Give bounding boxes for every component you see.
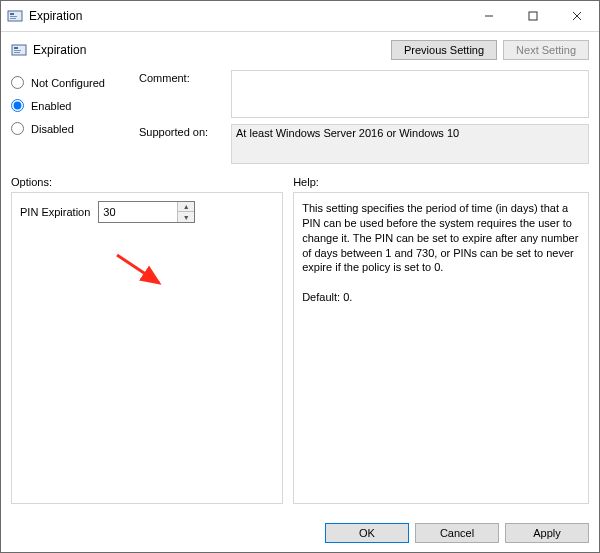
svg-rect-1 bbox=[10, 13, 14, 15]
minimize-button[interactable] bbox=[467, 1, 511, 31]
spin-down-button[interactable]: ▼ bbox=[178, 212, 194, 222]
setting-icon bbox=[11, 42, 27, 58]
radio-not-configured[interactable]: Not Configured bbox=[11, 76, 129, 89]
app-icon bbox=[7, 8, 23, 24]
gp-setting-window: Expiration Expiration Previous Setting N… bbox=[0, 0, 600, 553]
supported-label: Supported on: bbox=[139, 124, 225, 164]
window-controls bbox=[467, 1, 599, 31]
svg-rect-3 bbox=[10, 18, 16, 19]
titlebar: Expiration bbox=[1, 1, 599, 32]
next-setting-button[interactable]: Next Setting bbox=[503, 40, 589, 60]
lower-area: Options: PIN Expiration ▲ ▼ bbox=[11, 176, 589, 504]
spin-up-button[interactable]: ▲ bbox=[178, 202, 194, 212]
pin-expiration-input[interactable] bbox=[99, 202, 177, 222]
radio-enabled[interactable]: Enabled bbox=[11, 99, 129, 112]
ok-button[interactable]: OK bbox=[325, 523, 409, 543]
options-label: Options: bbox=[11, 176, 283, 188]
state-radios: Not Configured Enabled Disabled bbox=[11, 70, 129, 135]
supported-on-text: At least Windows Server 2016 or Windows … bbox=[231, 124, 589, 164]
title-text: Expiration bbox=[29, 9, 82, 23]
svg-rect-2 bbox=[10, 16, 17, 17]
config-area: Not Configured Enabled Disabled Comment:… bbox=[11, 70, 589, 164]
help-default: Default: 0. bbox=[302, 290, 580, 305]
previous-setting-button[interactable]: Previous Setting bbox=[391, 40, 497, 60]
help-body: This setting specifies the period of tim… bbox=[302, 201, 580, 275]
dialog-body: Expiration Previous Setting Next Setting… bbox=[1, 32, 599, 514]
maximize-button[interactable] bbox=[511, 1, 555, 31]
footer: OK Cancel Apply bbox=[1, 514, 599, 552]
close-button[interactable] bbox=[555, 1, 599, 31]
pin-expiration-label: PIN Expiration bbox=[20, 206, 90, 218]
radio-disabled[interactable]: Disabled bbox=[11, 122, 129, 135]
radio-not-configured-label: Not Configured bbox=[31, 77, 105, 89]
apply-button[interactable]: Apply bbox=[505, 523, 589, 543]
radio-enabled-label: Enabled bbox=[31, 100, 71, 112]
help-label: Help: bbox=[293, 176, 589, 188]
svg-rect-10 bbox=[14, 50, 21, 51]
setting-title: Expiration bbox=[33, 43, 86, 57]
pin-expiration-spinner[interactable]: ▲ ▼ bbox=[98, 201, 195, 223]
comment-input[interactable] bbox=[231, 70, 589, 118]
comment-label: Comment: bbox=[139, 70, 225, 118]
options-panel: PIN Expiration ▲ ▼ bbox=[11, 192, 283, 504]
svg-rect-11 bbox=[14, 52, 20, 53]
svg-rect-5 bbox=[529, 12, 537, 20]
svg-rect-9 bbox=[14, 47, 18, 49]
help-panel: This setting specifies the period of tim… bbox=[293, 192, 589, 504]
cancel-button[interactable]: Cancel bbox=[415, 523, 499, 543]
radio-disabled-label: Disabled bbox=[31, 123, 74, 135]
header-row: Expiration Previous Setting Next Setting bbox=[11, 40, 589, 60]
